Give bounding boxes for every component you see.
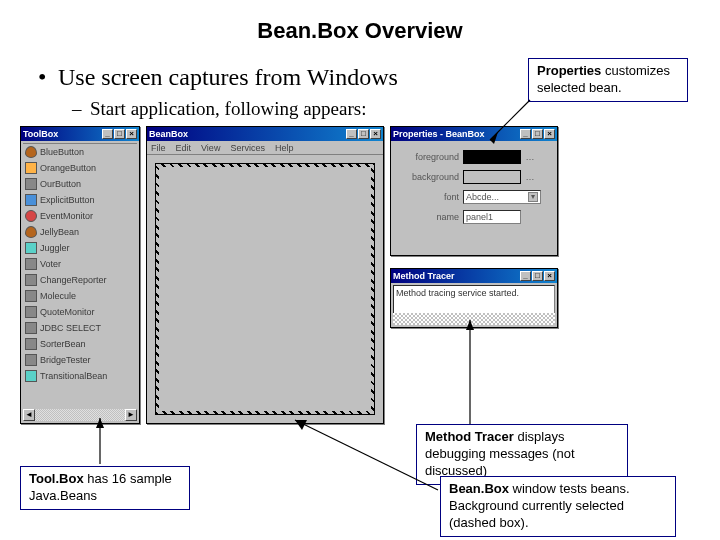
menu-file[interactable]: File: [151, 143, 166, 153]
beanbox-canvas[interactable]: [149, 157, 381, 421]
list-item[interactable]: Voter: [23, 256, 137, 272]
minimize-icon[interactable]: _: [520, 271, 531, 281]
close-icon[interactable]: ×: [544, 271, 555, 281]
properties-body: foreground … background … font Abcde... …: [393, 143, 555, 253]
list-item[interactable]: ExplicitButton: [23, 192, 137, 208]
font-combo-value: Abcde...: [466, 192, 499, 202]
callout-beanbox: Bean.Box window tests beans. Background …: [440, 476, 676, 537]
window-properties: Properties - BeanBox _ □ × foreground … …: [390, 126, 558, 256]
resize-grip[interactable]: [393, 313, 555, 325]
window-method-tracer: Method Tracer _ □ × Method tracing servi…: [390, 268, 558, 328]
beanbox-menubar: File Edit View Services Help: [147, 141, 383, 155]
menu-help[interactable]: Help: [275, 143, 294, 153]
list-item-label: BridgeTester: [40, 355, 91, 365]
maximize-icon[interactable]: □: [532, 271, 543, 281]
list-item-label: Voter: [40, 259, 61, 269]
menu-view[interactable]: View: [201, 143, 220, 153]
bean-icon: [25, 226, 37, 238]
color-swatch[interactable]: [463, 150, 521, 164]
list-item-label: SorterBean: [40, 339, 86, 349]
bullet-sub: Start application, following appears:: [90, 98, 366, 120]
bean-icon: [25, 290, 37, 302]
prop-row-background: background …: [399, 167, 549, 187]
maximize-icon[interactable]: □: [532, 129, 543, 139]
window-toolbox: ToolBox _ □ × BlueButton OrangeButton Ou…: [20, 126, 140, 424]
list-item[interactable]: TransitionalBean: [23, 368, 137, 384]
callout-toolbox-strong: Tool.Box: [29, 471, 84, 486]
bean-icon: [25, 258, 37, 270]
bean-icon: [25, 274, 37, 286]
scroll-left-icon[interactable]: ◄: [23, 409, 35, 421]
prop-row-foreground: foreground …: [399, 147, 549, 167]
bean-icon: [25, 338, 37, 350]
list-item[interactable]: Juggler: [23, 240, 137, 256]
list-item-label: ExplicitButton: [40, 195, 95, 205]
list-item[interactable]: OrangeButton: [23, 160, 137, 176]
bean-icon: [25, 146, 37, 158]
prop-label: font: [399, 192, 459, 202]
bean-icon: [25, 194, 37, 206]
list-item[interactable]: BlueButton: [23, 144, 137, 160]
callout-properties-strong: Properties: [537, 63, 601, 78]
list-item[interactable]: BridgeTester: [23, 352, 137, 368]
close-icon[interactable]: ×: [126, 129, 137, 139]
bean-icon: [25, 306, 37, 318]
list-item[interactable]: EventMonitor: [23, 208, 137, 224]
scroll-right-icon[interactable]: ►: [125, 409, 137, 421]
prop-row-font: font Abcde... ▾: [399, 187, 549, 207]
scrollbar-horizontal[interactable]: ◄ ►: [23, 409, 137, 421]
bean-icon: [25, 162, 37, 174]
list-item-label: BlueButton: [40, 147, 84, 157]
toolbox-title: ToolBox: [23, 129, 58, 139]
properties-titlebar: Properties - BeanBox _ □ ×: [391, 127, 557, 141]
list-item-label: OrangeButton: [40, 163, 96, 173]
list-item-label: JDBC SELECT: [40, 323, 101, 333]
minimize-icon[interactable]: _: [346, 129, 357, 139]
prop-label: background: [399, 172, 459, 182]
font-combo[interactable]: Abcde... ▾: [463, 190, 541, 204]
screenshot-area: ToolBox _ □ × BlueButton OrangeButton Ou…: [20, 126, 560, 426]
name-field[interactable]: panel1: [463, 210, 521, 224]
close-icon[interactable]: ×: [544, 129, 555, 139]
ellipsis-icon[interactable]: …: [525, 172, 535, 182]
list-item[interactable]: JDBC SELECT: [23, 320, 137, 336]
list-item[interactable]: SorterBean: [23, 336, 137, 352]
list-item[interactable]: JellyBean: [23, 224, 137, 240]
prop-label: name: [399, 212, 459, 222]
minimize-icon[interactable]: _: [102, 129, 113, 139]
bean-icon: [25, 354, 37, 366]
bean-icon: [25, 242, 37, 254]
list-item-label: QuoteMonitor: [40, 307, 95, 317]
prop-label: foreground: [399, 152, 459, 162]
bean-icon: [25, 322, 37, 334]
bean-icon: [25, 178, 37, 190]
slide-title: Bean.Box Overview: [0, 18, 720, 44]
ellipsis-icon[interactable]: …: [525, 152, 535, 162]
list-item-label: JellyBean: [40, 227, 79, 237]
list-item-label: Juggler: [40, 243, 70, 253]
beanbox-selection[interactable]: [155, 163, 375, 415]
menu-edit[interactable]: Edit: [176, 143, 192, 153]
color-swatch[interactable]: [463, 170, 521, 184]
list-item[interactable]: QuoteMonitor: [23, 304, 137, 320]
minimize-icon[interactable]: _: [520, 129, 531, 139]
maximize-icon[interactable]: □: [114, 129, 125, 139]
scroll-track[interactable]: [35, 409, 125, 421]
list-item[interactable]: OurButton: [23, 176, 137, 192]
toolbox-list: BlueButton OrangeButton OurButton Explic…: [23, 143, 137, 409]
bean-icon: [25, 370, 37, 382]
beanbox-titlebar: BeanBox _ □ ×: [147, 127, 383, 141]
tracer-title: Method Tracer: [393, 271, 455, 281]
list-item[interactable]: ChangeReporter: [23, 272, 137, 288]
list-item[interactable]: Molecule: [23, 288, 137, 304]
chevron-down-icon[interactable]: ▾: [528, 192, 538, 202]
name-field-value: panel1: [466, 212, 493, 222]
maximize-icon[interactable]: □: [358, 129, 369, 139]
menu-services[interactable]: Services: [230, 143, 265, 153]
bean-icon: [25, 210, 37, 222]
close-icon[interactable]: ×: [370, 129, 381, 139]
list-item-label: EventMonitor: [40, 211, 93, 221]
callout-tracer-strong: Method Tracer: [425, 429, 514, 444]
list-item-label: OurButton: [40, 179, 81, 189]
list-item-label: ChangeReporter: [40, 275, 107, 285]
